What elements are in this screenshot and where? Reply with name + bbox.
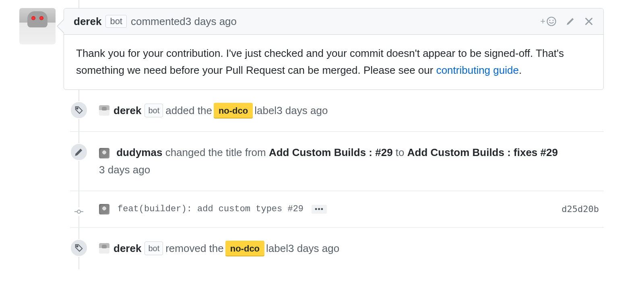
commit-icon (74, 208, 83, 215)
bot-badge: bot (144, 104, 163, 117)
avatar[interactable] (99, 204, 109, 214)
timeline: derek bot commented 3 days ago + (0, 0, 604, 269)
bot-badge: bot (105, 15, 127, 28)
event-text: derek bot removed the no-dco label 3 day… (99, 241, 604, 256)
event-badge (70, 143, 88, 161)
contributing-guide-link[interactable]: contributing guide (436, 64, 519, 76)
add-reaction-button[interactable]: + (540, 16, 557, 27)
edit-button[interactable] (566, 17, 575, 26)
event-text: derek bot added the no-dco label 3 days … (99, 103, 604, 119)
comment-actions: + (540, 16, 594, 27)
svg-point-7 (76, 246, 78, 247)
event-author[interactable]: dudymas (116, 146, 162, 158)
event-action-pre: changed the title from (165, 146, 269, 158)
comment-header: derek bot commented 3 days ago + (64, 8, 603, 35)
old-title: Add Custom Builds : #29 (269, 146, 393, 158)
bot-badge: bot (144, 241, 163, 255)
comment-body: Thank you for your contribution. I've ju… (64, 35, 603, 89)
svg-point-3 (76, 108, 78, 109)
event-author[interactable]: derek (114, 241, 141, 256)
svg-point-1 (549, 20, 550, 21)
svg-point-0 (547, 17, 555, 26)
event-text: dudymas changed the title from Add Custo… (99, 145, 604, 178)
comment-author[interactable]: derek (74, 15, 101, 28)
timeline-event-title-changed: dudymas changed the title from Add Custo… (70, 132, 604, 191)
label-pill[interactable]: no-dco (225, 241, 264, 256)
comment-action-text: commented (131, 15, 186, 28)
avatar[interactable] (99, 105, 109, 116)
timeline-event-label-removed: derek bot removed the no-dco label 3 day… (70, 228, 604, 269)
avatar[interactable] (19, 8, 56, 44)
commit-message[interactable]: feat(builder): add custom types #29 (118, 204, 303, 214)
svg-point-2 (553, 20, 554, 21)
smiley-icon (546, 16, 557, 27)
event-action-pre: removed the (165, 241, 224, 256)
event-timestamp[interactable]: 3 days ago (288, 241, 339, 256)
avatar[interactable] (99, 243, 109, 254)
event-action-post: label (254, 103, 277, 119)
close-button[interactable] (584, 17, 594, 26)
tag-icon (74, 243, 83, 252)
new-title: Add Custom Builds : fixes #29 (407, 146, 558, 158)
timeline-event-label-added: derek bot added the no-dco label 3 days … (70, 90, 604, 132)
timeline-event-commit: feat(builder): add custom types #29 ••• … (70, 191, 604, 228)
event-author[interactable]: derek (114, 103, 141, 119)
pencil-icon (74, 148, 83, 156)
expand-commit-button[interactable]: ••• (312, 205, 327, 214)
avatar[interactable] (99, 148, 109, 158)
event-timestamp[interactable]: 3 days ago (277, 103, 328, 119)
event-action-pre: added the (165, 103, 212, 119)
robot-icon (27, 11, 47, 27)
event-badge (74, 207, 83, 216)
event-connector: to (396, 146, 407, 158)
tag-icon (74, 106, 83, 114)
commit-sha[interactable]: d25d20b (561, 204, 604, 214)
comment-box: derek bot commented 3 days ago + (64, 8, 604, 90)
plus-icon: + (540, 16, 545, 27)
comment-timestamp[interactable]: 3 days ago (186, 15, 237, 28)
comment-item: derek bot commented 3 days ago + (19, 0, 604, 90)
pencil-icon (566, 17, 575, 26)
event-timestamp[interactable]: 3 days ago (99, 162, 604, 178)
event-action-post: label (266, 241, 288, 256)
label-pill[interactable]: no-dco (214, 103, 253, 119)
event-badge (70, 101, 88, 119)
event-badge (70, 239, 88, 257)
commit-row: feat(builder): add custom types #29 ••• … (99, 204, 604, 214)
svg-point-4 (77, 210, 80, 213)
close-icon (584, 17, 594, 26)
comment-body-suffix: . (519, 64, 522, 76)
